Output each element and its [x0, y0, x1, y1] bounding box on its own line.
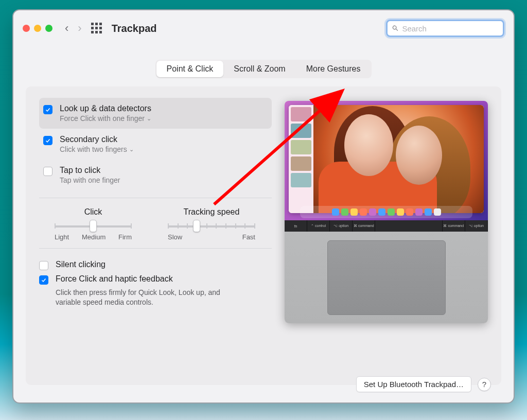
forward-button: › [78, 22, 81, 35]
option-lookup-sub[interactable]: Force Click with one finger⌄ [60, 114, 151, 122]
setup-bluetooth-button[interactable]: Set Up Bluetooth Trackpad… [356, 376, 471, 392]
preferences-window: ‹ › Trackpad Point & Click Scroll & Zoom… [12, 9, 515, 404]
option-tap-sub: Tap with one finger [60, 176, 120, 184]
tab-scroll-zoom[interactable]: Scroll & Zoom [223, 61, 295, 77]
toolbar: ‹ › Trackpad [13, 10, 514, 46]
divider [39, 248, 272, 249]
back-button[interactable]: ‹ [65, 22, 68, 35]
window-controls [23, 25, 52, 32]
preview-thumb [291, 124, 311, 138]
slider-tracking-left: Slow [168, 233, 182, 241]
slider-click-label: Click [55, 207, 132, 217]
checkbox-secondary[interactable] [43, 136, 52, 145]
slider-click-mid: Medium [82, 233, 106, 241]
option-secondary-sub[interactable]: Click with two fingers⌄ [60, 145, 134, 153]
preview-dock [300, 206, 472, 218]
tab-point-click[interactable]: Point & Click [156, 61, 224, 77]
option-force-label: Force Click and haptic feedback [56, 274, 173, 284]
option-tap-to-click[interactable]: Tap to click Tap with one finger [39, 160, 272, 190]
slider-click-right: Firm [118, 233, 132, 241]
preview-thumb [291, 107, 311, 121]
show-all-icon[interactable] [91, 23, 102, 34]
gesture-preview: fn ⌃ control ⌥ option ⌘ command ⌘ comman… [285, 101, 488, 323]
nav-arrows: ‹ › [65, 22, 82, 35]
slider-tracking-right: Fast [242, 233, 255, 241]
slider-click-track[interactable] [55, 221, 132, 231]
minimize-icon[interactable] [34, 25, 41, 32]
slider-click-left: Light [55, 233, 69, 241]
preview-photo [313, 105, 484, 213]
search-icon [392, 24, 399, 32]
chevron-down-icon: ⌄ [129, 146, 134, 153]
divider [39, 198, 272, 198]
slider-tracking: Tracking speed Slow Fast [168, 207, 255, 241]
checkbox-silent[interactable] [39, 261, 48, 270]
option-silent-label: Silent clicking [56, 260, 106, 269]
search-input[interactable] [402, 24, 499, 33]
chevron-down-icon: ⌄ [147, 115, 151, 122]
page-title: Trackpad [112, 23, 157, 34]
option-secondary-title: Secondary click [60, 135, 134, 144]
checkbox-force[interactable] [39, 275, 48, 285]
preview-keyboard: fn ⌃ control ⌥ option ⌘ command ⌘ comman… [285, 220, 488, 232]
option-lookup[interactable]: Look up & data detectors Force Click wit… [39, 98, 272, 129]
help-button[interactable]: ? [478, 378, 491, 391]
preview-trackpad-area [285, 232, 488, 323]
tab-segmented-control: Point & Click Scroll & Zoom More Gesture… [155, 60, 372, 78]
slider-tracking-track[interactable] [168, 221, 255, 231]
checkbox-tap[interactable] [43, 167, 52, 176]
option-secondary-click[interactable]: Secondary click Click with two fingers⌄ [39, 129, 272, 160]
close-icon[interactable] [23, 25, 30, 32]
preview-thumb [291, 173, 311, 187]
preview-trackpad [327, 240, 446, 315]
preview-thumb [291, 156, 311, 171]
checkbox-lookup[interactable] [43, 105, 52, 114]
tab-more-gestures[interactable]: More Gestures [296, 61, 371, 77]
slider-click-knob[interactable] [90, 220, 97, 232]
option-silent-clicking[interactable]: Silent clicking [39, 258, 272, 272]
slider-tracking-label: Tracking speed [168, 207, 255, 217]
preview-thumb [291, 140, 311, 154]
zoom-icon[interactable] [45, 25, 52, 32]
option-force-desc: Click then press firmly for Quick Look, … [56, 288, 241, 307]
slider-click: Click Light Medium Firm [55, 207, 132, 241]
option-force-click[interactable]: Force Click and haptic feedback [39, 272, 272, 287]
slider-tracking-knob[interactable] [193, 220, 200, 232]
option-tap-title: Tap to click [60, 166, 120, 175]
option-lookup-title: Look up & data detectors [60, 104, 151, 113]
search-field[interactable] [386, 20, 504, 37]
content-panel: Look up & data detectors Force Click wit… [26, 86, 501, 385]
